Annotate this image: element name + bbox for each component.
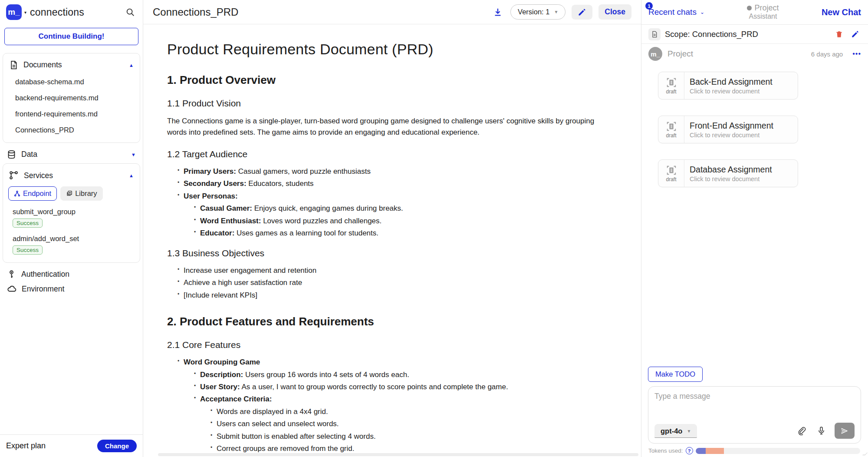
card-subtitle: Click to review document bbox=[690, 176, 792, 182]
send-icon bbox=[840, 427, 849, 435]
tokens-row: Tokens used: ? bbox=[648, 444, 861, 454]
chat-thread-item[interactable]: m_ Project 6 days ago ••• bbox=[641, 44, 868, 64]
recent-chats-dropdown[interactable]: 1 Recent chats ⌄ bbox=[648, 7, 704, 17]
data-section-header[interactable]: Data ▼ bbox=[3, 148, 140, 161]
trash-icon bbox=[835, 30, 843, 38]
document-pane: Connections_PRD Version: 1 ▼ Close Produ… bbox=[143, 0, 641, 457]
search-icon bbox=[125, 7, 135, 17]
endpoint-tab[interactable]: Endpoint bbox=[8, 186, 57, 201]
doc-h3-business-objectives: 1.3 Business Objectives bbox=[167, 248, 615, 258]
list-item: Secondary Users: Educators, students bbox=[178, 179, 615, 189]
library-icon bbox=[66, 190, 72, 197]
send-button[interactable] bbox=[835, 423, 855, 439]
app-name: connections bbox=[30, 7, 84, 18]
feature-details-list: Description: Users group 16 words into 4… bbox=[184, 370, 615, 457]
card-subtitle: Click to review document bbox=[690, 132, 792, 139]
microphone-icon bbox=[817, 426, 826, 435]
collapse-caret-icon[interactable]: ▲ bbox=[129, 63, 134, 68]
change-plan-button[interactable]: Change bbox=[97, 440, 137, 452]
documents-section-header[interactable]: Documents ▲ bbox=[7, 56, 135, 74]
version-select[interactable]: Version: 1 ▼ bbox=[510, 4, 566, 20]
chat-header: 1 Recent chats ⌄ Project Assistant New C… bbox=[641, 0, 868, 25]
services-section-header[interactable]: Services ▲ bbox=[7, 166, 135, 185]
draft-badge: draft bbox=[666, 176, 676, 182]
service-item-admin-add-word-set[interactable]: admin/add_word_set bbox=[7, 231, 135, 244]
collapse-caret-icon[interactable]: ▲ bbox=[129, 173, 134, 178]
notification-badge: 1 bbox=[645, 2, 653, 10]
sidebar-header: m_ ▾ connections bbox=[0, 0, 143, 24]
list-item: Casual Gamer: Enjoys quick, engaging gam… bbox=[194, 203, 615, 213]
draft-badge: draft bbox=[666, 132, 676, 139]
list-item: [Include relevant KPIs] bbox=[178, 290, 615, 300]
plan-footer: Expert plan Change bbox=[0, 434, 143, 457]
edit-scope-button[interactable] bbox=[849, 28, 861, 40]
list-item: Primary Users: Casual gamers, word puzzl… bbox=[178, 166, 615, 176]
plan-label: Expert plan bbox=[6, 441, 46, 450]
workspace-dropdown-caret-icon[interactable]: ▾ bbox=[24, 10, 26, 15]
card-database-assignment[interactable]: draft Database Assignment Click to revie… bbox=[658, 159, 798, 187]
left-sidebar: m_ ▾ connections Continue Building! Docu… bbox=[0, 0, 143, 457]
data-section-label: Data bbox=[21, 150, 126, 159]
draft-badge: draft bbox=[666, 89, 676, 95]
chevron-down-icon: ▼ bbox=[687, 429, 691, 434]
thread-menu-button[interactable]: ••• bbox=[852, 50, 861, 58]
new-chat-button[interactable]: New Chat bbox=[822, 7, 861, 17]
attach-file-button[interactable] bbox=[796, 424, 808, 437]
continue-building-button[interactable]: Continue Building! bbox=[4, 28, 138, 45]
authentication-section-header[interactable]: Authentication bbox=[3, 268, 140, 281]
documents-section: Documents ▲ database-schema.md backend-r… bbox=[3, 53, 140, 143]
environment-section-header[interactable]: Environment bbox=[3, 282, 140, 295]
card-back-end-assignment[interactable]: draft Back-End Assignment Click to revie… bbox=[658, 72, 798, 99]
list-item: Description: Users group 16 words into 4… bbox=[194, 370, 615, 380]
expand-caret-icon[interactable]: ▼ bbox=[131, 152, 136, 157]
download-button[interactable] bbox=[491, 6, 504, 19]
edit-document-button[interactable] bbox=[572, 5, 592, 20]
model-select[interactable]: gpt-4o ▼ bbox=[654, 424, 697, 438]
doc-h3-target-audience: 1.2 Target Audience bbox=[167, 149, 615, 159]
service-item-submit-word-group[interactable]: submit_word_group bbox=[7, 204, 135, 217]
chevron-down-icon: ▼ bbox=[554, 10, 558, 14]
delete-scope-button[interactable] bbox=[833, 28, 845, 40]
document-content[interactable]: Product Requirements Document (PRD) 1. P… bbox=[143, 24, 641, 457]
card-title: Database Assignment bbox=[690, 165, 792, 175]
sidebar-item-connections-prd[interactable]: Connections_PRD bbox=[7, 122, 135, 138]
tokens-used-segment bbox=[696, 448, 706, 454]
list-item: Word Grouping Game Description: Users gr… bbox=[178, 357, 615, 457]
doc-paragraph-vision: The Connections game is a single-player,… bbox=[167, 116, 615, 138]
library-tab-label: Library bbox=[75, 189, 97, 198]
doc-h1-title: Product Requirements Document (PRD) bbox=[167, 41, 615, 58]
pencil-icon bbox=[851, 30, 859, 38]
list-item: Word Enthusiast: Loves word puzzles and … bbox=[194, 216, 615, 226]
close-button[interactable]: Close bbox=[598, 4, 631, 20]
status-dot-icon bbox=[747, 6, 752, 10]
message-input[interactable] bbox=[654, 392, 855, 423]
sidebar-item-backend-requirements[interactable]: backend-requirements.md bbox=[7, 90, 135, 106]
draft-document-icon bbox=[666, 121, 677, 132]
make-todo-button[interactable]: Make TODO bbox=[648, 367, 703, 382]
thread-timestamp: 6 days ago bbox=[811, 50, 843, 58]
chat-bottom: Make TODO gpt-4o ▼ bbox=[641, 367, 868, 457]
chevron-down-icon: ⌄ bbox=[700, 9, 704, 15]
documents-section-label: Documents bbox=[23, 60, 124, 70]
list-item: Words are displayed in a 4x4 grid. bbox=[210, 407, 615, 417]
objectives-list: Increase user engagement and retention A… bbox=[167, 265, 615, 300]
endpoint-tab-label: Endpoint bbox=[23, 189, 51, 198]
list-item: Users can select and unselect words. bbox=[210, 419, 615, 429]
scope-row: Scope: Connections_PRD bbox=[641, 25, 868, 44]
draft-document-icon bbox=[666, 77, 677, 88]
sidebar-item-database-schema[interactable]: database-schema.md bbox=[7, 74, 135, 90]
help-icon[interactable]: ? bbox=[686, 447, 693, 454]
download-icon bbox=[493, 7, 503, 17]
horizontal-scrollbar[interactable] bbox=[158, 453, 638, 456]
tokens-progress-bar bbox=[696, 448, 860, 454]
voice-input-button[interactable] bbox=[815, 424, 828, 437]
services-section: Services ▲ Endpoint Library submit_word bbox=[3, 163, 140, 263]
library-tab[interactable]: Library bbox=[60, 186, 102, 201]
list-item: Achieve a high user satisfaction rate bbox=[178, 278, 615, 288]
search-button[interactable] bbox=[124, 6, 137, 19]
sidebar-item-frontend-requirements[interactable]: frontend-requirements.md bbox=[7, 106, 135, 122]
pencil-icon bbox=[578, 8, 586, 17]
database-icon bbox=[7, 150, 16, 159]
card-front-end-assignment[interactable]: draft Front-End Assignment Click to revi… bbox=[658, 116, 798, 143]
app-logo[interactable]: m_ bbox=[6, 4, 22, 20]
